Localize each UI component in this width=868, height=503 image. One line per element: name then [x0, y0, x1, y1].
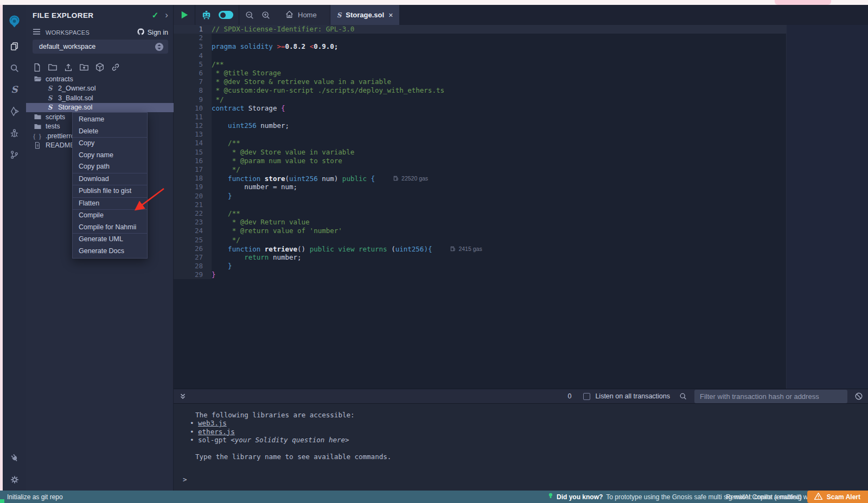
code-line-18[interactable]: 18 function store(uint256 num) public {2…: [174, 174, 801, 183]
collapse-terminal-icon[interactable]: [179, 392, 187, 400]
solidity-compiler-icon[interactable]: S: [3, 79, 26, 100]
tab-storage-sol[interactable]: S Storage.sol ×: [330, 5, 400, 25]
code-line-17[interactable]: 17 */: [174, 165, 801, 174]
listen-checkbox[interactable]: [583, 393, 590, 400]
tree-item-storage-sol[interactable]: SStorage.sol: [26, 103, 174, 113]
code-line-21[interactable]: 21: [174, 201, 801, 209]
search-icon[interactable]: [3, 57, 26, 79]
code-line-16[interactable]: 16 * @param num value to store: [174, 157, 801, 165]
transaction-filter-input[interactable]: [694, 390, 847, 403]
chevron-right-icon[interactable]: ›: [165, 10, 168, 21]
code-line-8[interactable]: 8 * @custom:dev-run-script ./scripts/dep…: [174, 86, 801, 95]
git-init-button[interactable]: Initialize as git repo: [7, 493, 63, 501]
workspace-select[interactable]: default_workspace: [33, 40, 168, 54]
menu-item-compile-for-nahmii[interactable]: Compile for Nahmii: [73, 222, 147, 234]
menu-item-compile[interactable]: Compile: [73, 210, 147, 222]
line-content: * @dev Store & retrieve value in a varia…: [212, 78, 801, 86]
debugger-icon[interactable]: [3, 122, 26, 144]
solidity-file-icon: S: [337, 11, 342, 19]
menu-item-download[interactable]: Download: [73, 173, 147, 185]
zoom-section: Home: [239, 5, 330, 25]
settings-icon[interactable]: [3, 469, 26, 491]
plugin-manager-icon[interactable]: [3, 447, 26, 469]
code-line-10[interactable]: 10contract Storage {: [174, 104, 801, 113]
code-line-29[interactable]: 29}: [174, 270, 801, 279]
upload-folder-icon[interactable]: [79, 62, 89, 72]
remix-logo-icon[interactable]: [3, 7, 26, 35]
line-number: 5: [174, 60, 212, 69]
code-editor[interactable]: 1// SPDX-License-Identifier: GPL-3.023pr…: [174, 25, 868, 389]
run-script-button[interactable]: [179, 10, 189, 20]
terminal[interactable]: The following libraries are accessible:•…: [174, 404, 868, 491]
menu-item-rename[interactable]: Rename: [73, 114, 147, 126]
upload-file-icon[interactable]: [63, 62, 73, 72]
copilot-toggle[interactable]: [219, 11, 233, 19]
tree-item-contracts[interactable]: contracts: [26, 74, 174, 84]
code-line-14[interactable]: 14 /**: [174, 139, 801, 147]
line-content: */: [212, 165, 801, 174]
line-content: * @param num value to store: [212, 157, 801, 165]
code-line-4[interactable]: 4: [174, 51, 801, 60]
menu-item-delete[interactable]: Delete: [73, 126, 147, 138]
scam-alert-badge[interactable]: Scam Alert: [807, 491, 868, 503]
code-line-5[interactable]: 5/**: [174, 60, 801, 69]
create-file-icon[interactable]: [33, 63, 42, 72]
code-line-27[interactable]: 27 return number;: [174, 253, 801, 262]
code-line-19[interactable]: 19 number = num;: [174, 183, 801, 191]
tab-home[interactable]: Home: [277, 10, 324, 21]
code-line-7[interactable]: 7 * @dev Store & retrieve value in a var…: [174, 78, 801, 86]
code-line-3[interactable]: 3pragma solidity >=0.8.2 <0.9.0;: [174, 42, 801, 51]
line-number: 13: [174, 130, 212, 139]
deploy-and-run-icon[interactable]: [3, 100, 26, 122]
code-line-1[interactable]: 1// SPDX-License-Identifier: GPL-3.0: [174, 25, 801, 34]
menu-item-copy-name[interactable]: Copy name: [73, 150, 147, 162]
code-line-12[interactable]: 12 uint256 number;: [174, 121, 801, 130]
code-line-13[interactable]: 13: [174, 130, 801, 139]
file-explorer-icon[interactable]: [3, 35, 26, 57]
clear-console-icon[interactable]: [854, 392, 863, 401]
code-line-23[interactable]: 23 * @dev Return value: [174, 218, 801, 227]
line-number: 23: [174, 218, 212, 227]
zoom-out-icon[interactable]: [245, 10, 254, 20]
code-line-2[interactable]: 2: [174, 34, 801, 42]
menu-item-generate-docs[interactable]: Generate Docs: [73, 246, 147, 257]
menu-item-generate-uml[interactable]: Generate UML: [73, 234, 147, 246]
git-icon[interactable]: [3, 144, 26, 165]
code-line-6[interactable]: 6 * @title Storage: [174, 69, 801, 78]
publish-to-ipfs-icon[interactable]: [95, 62, 105, 72]
hamburger-menu-icon[interactable]: [33, 28, 41, 37]
code-line-24[interactable]: 24 * @return value of 'number': [174, 227, 801, 235]
close-tab-icon[interactable]: ×: [388, 11, 393, 20]
tree-item-3-ballot-sol[interactable]: S3_Ballot.sol: [26, 93, 174, 103]
menu-item-flatten[interactable]: Flatten: [73, 198, 147, 210]
terminal-link-web3-js[interactable]: web3.js: [198, 419, 227, 427]
check-icon[interactable]: ✓: [152, 10, 159, 20]
line-number: 27: [174, 253, 212, 262]
copilot-status[interactable]: RemixAI Copilot (enabled): [726, 493, 802, 501]
code-line-20[interactable]: 20 }: [174, 192, 801, 201]
line-number: 18: [174, 174, 212, 183]
panel-title: FILE EXPLORER: [33, 11, 93, 20]
code-line-25[interactable]: 25 */: [174, 236, 801, 244]
menu-item-copy-path[interactable]: Copy path: [73, 161, 147, 173]
workspaces-row: WORKSPACES Sign in: [33, 28, 168, 37]
code-line-28[interactable]: 28 }: [174, 262, 801, 270]
sign-in-button[interactable]: Sign in: [137, 28, 168, 37]
zoom-in-icon[interactable]: [261, 10, 271, 20]
ai-copilot-icon[interactable]: [201, 10, 212, 20]
search-icon[interactable]: [679, 392, 687, 401]
code-line-11[interactable]: 11: [174, 113, 801, 121]
tree-item-2-owner-sol[interactable]: S2_Owner.sol: [26, 84, 174, 94]
line-number: 7: [174, 78, 212, 86]
folderopen-icon: [33, 75, 42, 83]
code-line-15[interactable]: 15 * @dev Store value in variable: [174, 148, 801, 157]
menu-item-copy[interactable]: Copy: [73, 138, 147, 150]
code-line-9[interactable]: 9 */: [174, 95, 801, 104]
terminal-link-ethers-js[interactable]: ethers.js: [198, 428, 235, 436]
publish-to-gist-icon[interactable]: [111, 62, 120, 72]
code-line-22[interactable]: 22 /**: [174, 209, 801, 218]
menu-item-publish-file-to-gist[interactable]: Publish file to gist: [73, 185, 147, 197]
code-line-26[interactable]: 26 function retrieve() public view retur…: [174, 244, 801, 253]
tree-item-label: tests: [46, 122, 60, 130]
create-folder-icon[interactable]: [48, 62, 58, 72]
